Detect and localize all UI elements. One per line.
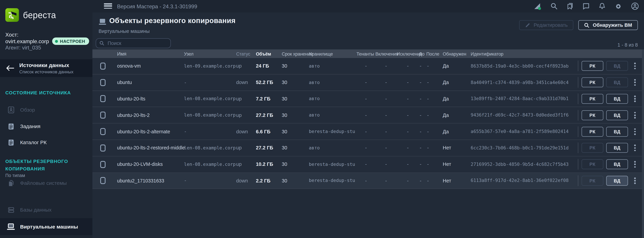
signal-icon[interactable] bbox=[534, 3, 542, 10]
cell-storage: авто bbox=[309, 63, 356, 69]
account-icon[interactable] bbox=[631, 2, 639, 10]
row-menu-button[interactable] bbox=[632, 110, 637, 120]
cell-after: - bbox=[426, 96, 443, 102]
row-menu-button[interactable] bbox=[632, 159, 637, 169]
table-row[interactable]: osnova-vm len-09.example.corp up 24 ГБ 3… bbox=[92, 58, 644, 75]
table-row[interactable]: ubuntu-20-lts-2-alternate - down 6.6 ГБ … bbox=[92, 124, 644, 140]
cell-size: 27.2 ГБ bbox=[256, 145, 282, 151]
table-row[interactable]: ubuntu-20-lts-2 len-08.example.corp up 2… bbox=[92, 107, 644, 124]
actions-cell: РК ВД bbox=[578, 74, 644, 90]
topbar: Версия Мастера - 24.3.1-301999 bbox=[92, 0, 644, 12]
bookmarks-icon[interactable] bbox=[566, 3, 574, 10]
row-checkbox[interactable] bbox=[100, 63, 106, 69]
rk-button[interactable]: РК bbox=[582, 61, 604, 71]
discover-vm-button[interactable]: Обнаружить ВМ bbox=[578, 20, 638, 30]
checkbox-cell bbox=[92, 112, 117, 118]
sidebar-item-file-systems: Файловые системы bbox=[0, 175, 92, 191]
column-header-10: До bbox=[419, 51, 426, 56]
vd-button[interactable]: ВД bbox=[606, 159, 628, 169]
table-row[interactable]: ubuntu-20-lts len-08.example.corp up 7.2… bbox=[92, 91, 644, 107]
search-icon[interactable] bbox=[550, 3, 558, 10]
cell-tenants: - bbox=[356, 129, 376, 135]
file-copies-icon bbox=[7, 179, 15, 187]
sidebar-item-virtual-machines[interactable]: Виртуальные машины bbox=[0, 218, 92, 235]
row-checkbox[interactable] bbox=[100, 112, 106, 118]
section-header-backup-objects: ОБЪЕКТЫ РЕЗЕРВНОГО КОПИРОВАНИЯ bbox=[6, 158, 82, 172]
vertical-scrollbar[interactable] bbox=[642, 49, 644, 238]
rk-button[interactable]: РК bbox=[582, 94, 604, 104]
vd-button[interactable]: ВД bbox=[606, 176, 628, 186]
host-label: Хост: bbox=[6, 32, 49, 38]
cell-status: up bbox=[236, 96, 256, 102]
actions-cell: РК ВД bbox=[578, 58, 644, 74]
table-row[interactable]: ubuntu2_1710331633 - down 2.2 ГБ 30 bere… bbox=[92, 173, 644, 189]
chat-icon[interactable] bbox=[582, 3, 590, 10]
table-row[interactable]: ubuntu-20-LVM-disks len-08.example.corp … bbox=[92, 156, 644, 173]
cell-identifier: 27169952-3dbb-4850-9b5d-4c682c7f5b43 bbox=[470, 162, 578, 167]
cell-tenants: - bbox=[356, 63, 376, 69]
cell-storage: авто bbox=[309, 80, 356, 85]
table-row[interactable]: ubuntu - down 52.2 ГБ 30 авто - - - - - … bbox=[92, 74, 644, 91]
rk-button[interactable]: РК bbox=[582, 77, 604, 87]
sidebar-item-label: Базы данных bbox=[20, 207, 52, 213]
vd-button[interactable]: ВД bbox=[606, 110, 628, 120]
row-checkbox[interactable] bbox=[100, 128, 106, 135]
cell-exclusions: - bbox=[397, 80, 419, 85]
vd-button[interactable]: ВД bbox=[606, 127, 628, 137]
column-header-6: Хранилище bbox=[309, 51, 356, 56]
cell-after: - bbox=[426, 161, 443, 167]
row-checkbox[interactable] bbox=[100, 145, 106, 151]
actions-divider bbox=[578, 77, 578, 88]
cell-after: - bbox=[426, 112, 443, 118]
sidebar-back-nav[interactable]: Источники данных Список источников данны… bbox=[0, 59, 92, 77]
cell-status: up bbox=[236, 63, 256, 69]
cell-inclusions: - bbox=[375, 161, 396, 167]
column-header-9: Исключения bbox=[397, 51, 419, 56]
actions-divider bbox=[578, 159, 578, 170]
host-value: ovirt.example.corp bbox=[6, 38, 49, 45]
vd-button[interactable]: ВД bbox=[606, 94, 628, 104]
cell-before: - bbox=[419, 80, 426, 85]
rk-button[interactable]: РК bbox=[582, 110, 604, 120]
row-checkbox[interactable] bbox=[100, 161, 106, 168]
cell-inclusions: - bbox=[375, 129, 396, 135]
cell-inclusions: - bbox=[375, 80, 396, 85]
sidebar-item-overview: Обзор bbox=[0, 102, 92, 118]
cell-status: down bbox=[236, 178, 256, 184]
row-menu-button[interactable] bbox=[632, 143, 637, 153]
sidebar-item-label: Обзор bbox=[20, 107, 35, 113]
bell-icon[interactable] bbox=[598, 3, 606, 10]
host-info: Хост: ovirt.example.corp Агент: virt_035 bbox=[6, 32, 49, 51]
cell-status: up bbox=[236, 145, 256, 151]
row-menu-button[interactable] bbox=[632, 127, 637, 137]
row-menu-button[interactable] bbox=[632, 94, 637, 104]
cell-node: len-08.example.corp bbox=[184, 162, 236, 167]
row-checkbox[interactable] bbox=[100, 177, 106, 184]
column-header-12: Обнаружен bbox=[443, 51, 470, 56]
cell-storage: авто bbox=[309, 112, 356, 118]
beresta-logo-icon bbox=[6, 8, 19, 22]
table-row[interactable]: ubuntu-20-lts-2-restored-middle len-08.e… bbox=[92, 140, 644, 156]
row-checkbox[interactable] bbox=[100, 95, 106, 102]
cell-after: - bbox=[426, 145, 443, 151]
cell-node: len-08.example.corp bbox=[184, 96, 236, 101]
row-checkbox[interactable] bbox=[100, 79, 106, 86]
rk-button[interactable]: РК bbox=[582, 127, 604, 137]
cell-name: ubuntu bbox=[117, 80, 184, 85]
row-menu-button[interactable] bbox=[632, 77, 637, 87]
menu-icon[interactable] bbox=[104, 3, 112, 9]
rk-button: РК bbox=[582, 159, 604, 169]
vd-button[interactable]: ВД bbox=[606, 143, 628, 153]
back-arrow-icon[interactable] bbox=[6, 65, 19, 71]
sidebar-item-tasks[interactable]: Задания bbox=[0, 118, 92, 135]
search-input[interactable] bbox=[107, 40, 167, 47]
gear-icon[interactable] bbox=[614, 2, 622, 10]
cell-name: ubuntu2_1710331633 bbox=[117, 178, 184, 184]
row-menu-button[interactable] bbox=[632, 61, 637, 71]
cell-before: - bbox=[419, 161, 426, 167]
cell-after: - bbox=[426, 63, 443, 69]
cell-retention: 30 bbox=[282, 129, 309, 135]
actions-divider bbox=[578, 61, 578, 71]
row-menu-button[interactable] bbox=[632, 176, 637, 186]
sidebar-item-rk-catalog[interactable]: Каталог РК bbox=[0, 134, 92, 151]
